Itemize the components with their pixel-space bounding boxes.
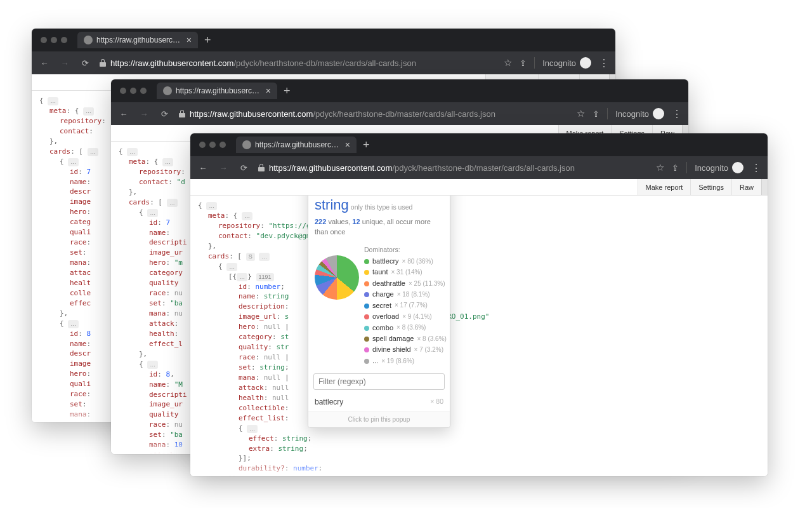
browser-tab[interactable]: https://raw.githubusercontent... × — [157, 83, 277, 99]
extension-toolbar: Make report Settings Raw — [190, 179, 768, 196]
legend-row[interactable]: deathrattle × 25 (11.3%) — [364, 279, 447, 289]
pie-chart — [315, 255, 359, 300]
legend-meta: × 18 (8.1%) — [397, 290, 430, 300]
legend-row[interactable]: divine shield × 7 (3.2%) — [364, 345, 447, 355]
result-name: battlecry — [315, 397, 343, 408]
legend-name: combo — [372, 323, 393, 333]
result-meta: × 80 — [430, 397, 443, 408]
legend-name: taunt — [372, 267, 388, 277]
settings-button[interactable]: Settings — [690, 179, 731, 195]
raw-button[interactable]: Raw — [731, 179, 761, 195]
new-tab-button[interactable]: + — [284, 84, 291, 98]
legend-title: Dominators: — [364, 245, 447, 255]
browser-tab[interactable]: https://raw.githubusercontent... × — [236, 137, 357, 153]
incognito-indicator: Incognito — [534, 57, 591, 69]
legend-swatch-icon — [364, 326, 369, 331]
legend-row[interactable]: taunt × 31 (14%) — [364, 267, 447, 277]
incognito-indicator: Incognito — [686, 162, 743, 173]
legend-row[interactable]: charge × 18 (8.1%) — [364, 290, 447, 300]
tab-title: https://raw.githubusercontent... — [176, 86, 262, 95]
menu-button[interactable]: ⋮ — [599, 57, 609, 69]
lock-icon — [99, 59, 107, 67]
tab-title: https://raw.githubusercontent... — [96, 36, 183, 44]
legend-meta: × 8 (3.6%) — [417, 335, 446, 344]
legend-row[interactable]: secret × 17 (7.7%) — [364, 301, 447, 311]
legend-name: deathrattle — [372, 279, 405, 289]
legend-row[interactable]: overload × 9 (4.1%) — [364, 312, 447, 322]
legend-name: ... — [372, 356, 378, 366]
forward-button[interactable]: → — [138, 109, 150, 119]
favicon-icon — [163, 86, 172, 95]
popup-footer[interactable]: Click to pin this popup — [308, 411, 450, 428]
filter-result-row[interactable]: battlecry × 80 — [308, 394, 450, 411]
legend-row[interactable]: spell damage × 8 (3.6%) — [364, 334, 447, 344]
legend-meta: × 80 (36%) — [402, 257, 433, 267]
tab-title: https://raw.githubusercontent... — [255, 140, 341, 149]
forward-button[interactable]: → — [217, 163, 230, 173]
legend-meta: × 8 (3.6%) — [396, 323, 426, 333]
legend-swatch-icon — [364, 347, 369, 352]
star-icon[interactable]: ☆ — [504, 57, 512, 69]
back-button[interactable]: ← — [38, 58, 51, 68]
back-button[interactable]: ← — [197, 163, 209, 173]
address-bar: ← → ⟳ https://raw.githubusercontent.com/… — [190, 156, 768, 179]
drag-handle[interactable] — [761, 179, 768, 195]
star-icon[interactable]: ☆ — [656, 162, 664, 173]
forward-button[interactable]: → — [58, 58, 71, 68]
popup-type-note: only this type is used — [351, 203, 412, 211]
legend-name: divine shield — [372, 345, 411, 355]
traffic-lights[interactable] — [37, 37, 71, 43]
legend-swatch-icon — [364, 292, 369, 297]
popup-type-name: string — [315, 196, 349, 215]
legend-meta: × 7 (3.2%) — [414, 345, 443, 355]
legend-row[interactable]: battlecry × 80 (36%) — [364, 257, 447, 267]
incognito-icon — [653, 108, 664, 119]
legend-swatch-icon — [364, 270, 369, 275]
legend-name: overload — [372, 312, 399, 322]
menu-button[interactable]: ⋮ — [672, 108, 682, 120]
favicon-icon — [242, 140, 251, 149]
new-tab-button[interactable]: + — [363, 138, 370, 152]
lock-icon — [178, 110, 186, 117]
legend-swatch-icon — [364, 259, 369, 264]
legend-row[interactable]: ... × 19 (8.6%) — [364, 356, 447, 366]
legend-swatch-icon — [364, 281, 369, 286]
back-button[interactable]: ← — [117, 109, 130, 119]
menu-button[interactable]: ⋮ — [751, 162, 761, 174]
traffic-lights[interactable] — [195, 142, 230, 148]
legend-swatch-icon — [364, 314, 369, 319]
legend-meta: × 9 (4.1%) — [402, 312, 431, 322]
star-icon[interactable]: ☆ — [577, 108, 585, 119]
legend-name: secret — [372, 301, 391, 311]
make-report-button[interactable]: Make report — [638, 179, 691, 195]
lock-icon — [258, 164, 265, 171]
json-content[interactable]: { … meta: { … repository: "https://git c… — [190, 196, 768, 476]
cast-icon[interactable]: ⇪ — [593, 109, 599, 119]
filter-input[interactable] — [313, 373, 445, 390]
url-input[interactable]: https://raw.githubusercontent.com/pdyck/… — [178, 109, 569, 119]
incognito-icon — [732, 162, 743, 173]
cast-icon[interactable]: ⇪ — [672, 163, 679, 173]
address-bar: ← → ⟳ https://raw.githubusercontent.com/… — [32, 51, 615, 74]
close-icon[interactable]: × — [345, 140, 350, 149]
close-icon[interactable]: × — [187, 36, 192, 44]
address-bar: ← → ⟳ https://raw.githubusercontent.com/… — [111, 102, 688, 125]
url-input[interactable]: https://raw.githubusercontent.com/pdyck/… — [258, 163, 648, 173]
reload-button[interactable]: ⟳ — [158, 109, 171, 119]
legend-swatch-icon — [364, 304, 369, 309]
legend: Dominators: battlecry × 80 (36%)taunt × … — [364, 245, 447, 368]
titlebar: https://raw.githubusercontent... × + — [190, 133, 768, 156]
close-icon[interactable]: × — [266, 86, 271, 95]
url-input[interactable]: https://raw.githubusercontent.com/pdyck/… — [99, 58, 496, 68]
reload-button[interactable]: ⟳ — [79, 58, 91, 68]
favicon-icon — [84, 36, 93, 44]
incognito-icon — [580, 57, 591, 69]
browser-tab[interactable]: https://raw.githubusercontent... × — [77, 32, 198, 48]
new-tab-button[interactable]: + — [204, 34, 211, 47]
incognito-indicator: Incognito — [607, 108, 664, 119]
cast-icon[interactable]: ⇪ — [520, 58, 527, 68]
legend-row[interactable]: combo × 8 (3.6%) — [364, 323, 447, 333]
legend-name: charge — [372, 290, 394, 300]
reload-button[interactable]: ⟳ — [237, 163, 250, 173]
traffic-lights[interactable] — [116, 88, 150, 94]
